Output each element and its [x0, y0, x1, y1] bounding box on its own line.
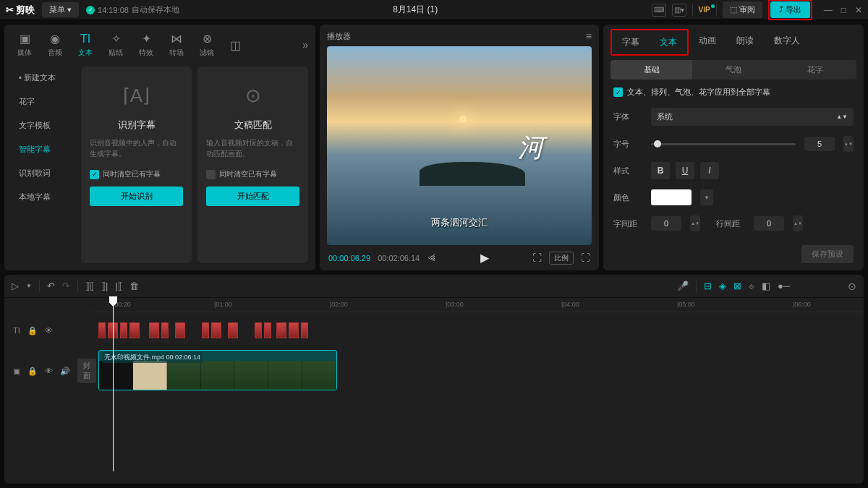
sidebar-item-smart-subtitle[interactable]: 智能字幕	[12, 138, 75, 160]
export-button[interactable]: ⤴ 导出	[770, 1, 810, 18]
italic-button[interactable]: I	[700, 162, 719, 179]
subtab-fancy[interactable]: 花字	[775, 60, 856, 80]
zoom-slider-icon[interactable]: ●─	[778, 281, 790, 291]
minimize-icon[interactable]: —	[824, 5, 833, 15]
pointer-dropdown-icon[interactable]: ▼	[26, 283, 32, 289]
tab-adjust[interactable]: ◫	[224, 37, 247, 53]
review-button[interactable]: ⬚ 审阅	[723, 1, 762, 18]
tab-text-style[interactable]: 文本	[650, 30, 687, 54]
ls-stepper[interactable]: ▲▼	[690, 215, 700, 231]
script-icon: ⊙	[236, 78, 271, 113]
tab-subtitle[interactable]: 字幕	[612, 30, 650, 54]
clear-subtitle-checkbox[interactable]: ✓同时清空已有字幕	[90, 169, 183, 179]
tab-digital-human[interactable]: 数字人	[764, 29, 810, 56]
color-dropdown-icon[interactable]: ▼	[700, 189, 713, 205]
underline-button[interactable]: U	[676, 162, 694, 179]
pointer-tool-icon[interactable]: ▷	[12, 281, 19, 291]
lock-icon[interactable]: 🔒	[27, 326, 38, 335]
tab-animation[interactable]: 动画	[689, 29, 726, 56]
shortcut-icon[interactable]: ⌨	[652, 4, 666, 17]
asset-panel: ▣媒体 ◉音频 TI文本 ✧贴纸 ✦特效 ⋈转场 ⊗滤镜 ◫ » • 新建文本 …	[4, 25, 315, 270]
project-title: 8月14日 (1)	[187, 4, 644, 16]
maximize-icon[interactable]: □	[841, 5, 846, 15]
player-menu-icon[interactable]: ≡	[586, 30, 592, 42]
autosave-indicator: ✓ 14:19:08 自动保存本地	[86, 4, 179, 15]
video-preview[interactable]: 河 两条泗河交汇	[327, 46, 592, 245]
split-right-icon[interactable]: |⟦	[115, 281, 122, 291]
clear-subtitle-checkbox-2[interactable]: 同时清空已有字幕	[206, 169, 299, 179]
asset-tabs: ▣媒体 ◉音频 TI文本 ✧贴纸 ✦特效 ⋈转场 ⊗滤镜 ◫ »	[4, 25, 315, 62]
undo-icon[interactable]: ↶	[47, 281, 55, 291]
sidebar-item-new-text[interactable]: • 新建文本	[12, 67, 75, 89]
ratio-button[interactable]: 比例	[549, 252, 574, 265]
line-height-label: 行间距	[716, 218, 745, 229]
start-recognize-button[interactable]: 开始识别	[90, 187, 183, 206]
player-controls: 00:00:06.29 00:02:06.14 ⫷ ▶ ⛶ 比例 ⛶	[327, 245, 592, 265]
color-swatch[interactable]	[651, 189, 692, 205]
menu-button[interactable]: 菜单 ▾	[42, 2, 79, 17]
link-icon[interactable]: ⊠	[733, 281, 741, 291]
mic-icon[interactable]: 🎤	[677, 281, 689, 291]
marker-icon[interactable]: ◧	[762, 281, 770, 291]
zoom-fit-icon[interactable]: ⊙	[848, 281, 856, 292]
sidebar-item-fancy[interactable]: 花字	[12, 90, 75, 113]
tab-read[interactable]: 朗读	[726, 29, 764, 56]
inspector-tabs: 字幕 文本 动画 朗读 数字人	[603, 25, 864, 56]
play-icon[interactable]: ▶	[480, 251, 489, 265]
tab-media[interactable]: ▣媒体	[12, 30, 38, 59]
subtab-bubble[interactable]: 气泡	[692, 60, 774, 80]
crop-icon[interactable]: ⛶	[532, 252, 542, 263]
size-input[interactable]	[804, 137, 835, 151]
tab-sticker[interactable]: ✧贴纸	[103, 30, 129, 59]
subtitle-clips[interactable]	[98, 322, 308, 338]
lh-stepper[interactable]: ▲▼	[793, 215, 803, 231]
save-preset-button[interactable]: 保存预设	[801, 245, 854, 263]
bold-button[interactable]: B	[651, 162, 670, 179]
letter-spacing-input[interactable]	[651, 216, 681, 231]
size-slider[interactable]	[651, 143, 796, 145]
more-tabs-icon[interactable]: »	[302, 39, 308, 51]
vip-badge[interactable]: VIP	[699, 6, 710, 14]
tab-transition[interactable]: ⋈转场	[163, 30, 190, 59]
card-title: 识别字幕	[118, 119, 156, 132]
transition-icon: ⋈	[171, 32, 182, 46]
tab-filter[interactable]: ⊗滤镜	[194, 30, 220, 59]
inspector-subtabs: 基础 气泡 花字	[610, 60, 856, 80]
fullscreen-icon[interactable]: ⛶	[581, 252, 590, 263]
chevron-updown-icon: ▲▼	[836, 114, 848, 120]
tab-effect[interactable]: ✦特效	[133, 30, 159, 59]
font-select[interactable]: 系统▲▼	[651, 108, 854, 126]
sidebar-item-template[interactable]: 文字模板	[12, 114, 75, 137]
eye-icon[interactable]: 👁	[45, 367, 53, 375]
delete-icon[interactable]: 🗑	[129, 281, 139, 291]
close-icon[interactable]: ✕	[855, 5, 862, 15]
lock-icon[interactable]: 🔒	[27, 367, 38, 376]
timeline-ruler[interactable]: |00:20 |01:00 |02:00 |03:00 |04:00 |05:0…	[91, 298, 864, 312]
video-track: ▣ 🔒 👁 🔊 封面 无水印视频文件.mp4 00:02:06:14	[4, 348, 864, 393]
eye-icon[interactable]: 👁	[45, 326, 53, 335]
apply-all-checkbox[interactable]: ✓ 文本、排列、气泡、花字应用到全部字幕	[613, 87, 854, 98]
split-icon[interactable]: ⟧⟦	[85, 281, 94, 291]
sidebar-item-local-subtitle[interactable]: 本地字幕	[12, 186, 75, 208]
snap-icon[interactable]: ⊟	[704, 281, 712, 291]
current-timecode: 00:00:06.29	[328, 254, 370, 262]
prev-frame-icon[interactable]: ⫷	[427, 252, 436, 263]
playhead[interactable]	[113, 298, 114, 471]
tab-text[interactable]: TI文本	[72, 31, 98, 59]
line-height-input[interactable]	[754, 216, 784, 231]
start-match-button[interactable]: 开始匹配	[206, 187, 299, 206]
card-desc: 识别音视频中的人声，自动生成字幕。	[90, 137, 183, 159]
tab-audio[interactable]: ◉音频	[42, 30, 68, 59]
layout-icon[interactable]: ▥▾	[672, 4, 686, 17]
card-desc: 输入音视频对应的文稿，自动匹配画面。	[206, 137, 299, 159]
magnet-icon[interactable]: ◈	[719, 281, 726, 291]
size-stepper[interactable]: ▲▼	[843, 136, 854, 152]
preview-cut-icon[interactable]: ⟐	[749, 281, 754, 291]
video-clip[interactable]: 无水印视频文件.mp4 00:02:06:14	[98, 350, 337, 390]
redo-icon[interactable]: ↷	[62, 281, 70, 291]
subtab-basic[interactable]: 基础	[610, 60, 692, 80]
sidebar-item-lyrics[interactable]: 识别歌词	[12, 162, 75, 184]
mute-icon[interactable]: 🔊	[60, 367, 70, 376]
style-label: 样式	[613, 166, 642, 176]
split-left-icon[interactable]: ⟧|	[101, 281, 108, 291]
